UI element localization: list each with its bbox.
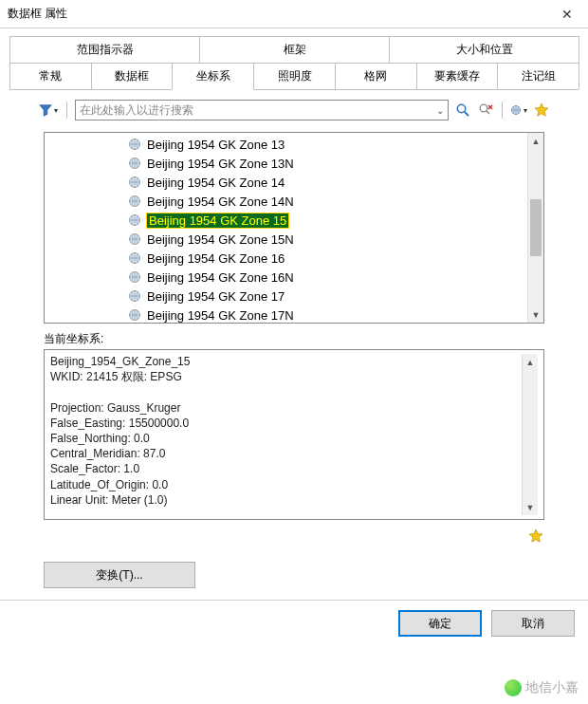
globe-icon xyxy=(128,308,141,322)
star-icon xyxy=(534,102,549,118)
globe-icon xyxy=(128,251,141,265)
window-title: 数据框 属性 xyxy=(8,6,67,22)
toolbar-divider xyxy=(66,102,67,119)
globe-icon xyxy=(128,289,141,303)
svg-point-2 xyxy=(480,104,487,112)
chevron-down-icon: ⌄ xyxy=(436,105,444,116)
tab-照明度[interactable]: 照明度 xyxy=(253,63,336,89)
transform-button[interactable]: 变换(T)... xyxy=(44,562,195,588)
crs-item-label: Beijing 1954 GK Zone 16 xyxy=(147,251,285,266)
tab-框架[interactable]: 框架 xyxy=(199,36,390,63)
crs-item-label: Beijing 1954 GK Zone 16N xyxy=(147,270,294,285)
crs-list: Beijing 1954 GK Zone 13Beijing 1954 GK Z… xyxy=(44,132,544,324)
globe-icon xyxy=(128,270,141,284)
crs-item[interactable]: Beijing 1954 GK Zone 14 xyxy=(45,173,527,192)
crs-item[interactable]: Beijing 1954 GK Zone 17N xyxy=(45,306,527,323)
tab-范围指示器[interactable]: 范围指示器 xyxy=(9,36,200,63)
tab-要素缓存[interactable]: 要素缓存 xyxy=(416,63,499,89)
crs-item[interactable]: Beijing 1954 GK Zone 15 xyxy=(45,211,527,230)
scroll-thumb[interactable] xyxy=(530,199,542,256)
globe-icon xyxy=(128,157,141,170)
crs-item-label: Beijing 1954 GK Zone 14 xyxy=(147,176,285,190)
globe-icon xyxy=(128,232,141,246)
close-icon: ✕ xyxy=(561,7,573,22)
svg-line-1 xyxy=(465,112,469,116)
crs-item[interactable]: Beijing 1954 GK Zone 15N xyxy=(45,230,527,249)
crs-item-label: Beijing 1954 GK Zone 14N xyxy=(147,195,294,209)
globe-menu-button[interactable]: ▾ xyxy=(510,102,527,119)
scrollbar[interactable]: ▲ ▼ xyxy=(527,133,543,323)
crs-item-label: Beijing 1954 GK Zone 17 xyxy=(147,289,285,304)
chevron-down-icon: ▾ xyxy=(524,106,527,115)
watermark: 地信小嘉 xyxy=(505,679,579,696)
svg-point-0 xyxy=(457,104,465,112)
crs-item[interactable]: Beijing 1954 GK Zone 14N xyxy=(45,192,527,211)
tab-数据框[interactable]: 数据框 xyxy=(91,63,174,89)
crs-item[interactable]: Beijing 1954 GK Zone 13N xyxy=(45,154,527,173)
funnel-icon xyxy=(39,103,52,117)
tab-大小和位置[interactable]: 大小和位置 xyxy=(389,36,579,63)
crs-item[interactable]: Beijing 1954 GK Zone 13 xyxy=(45,135,527,154)
scroll-up-icon[interactable]: ▲ xyxy=(523,354,538,370)
star-icon xyxy=(528,528,543,544)
crs-item-label: Beijing 1954 GK Zone 13N xyxy=(147,157,294,171)
scrollbar[interactable]: ▲ ▼ xyxy=(522,354,538,515)
scroll-up-icon[interactable]: ▲ xyxy=(528,133,543,149)
tab-坐标系[interactable]: 坐标系 xyxy=(172,63,254,90)
crs-item-label: Beijing 1954 GK Zone 17N xyxy=(147,308,294,323)
search-input[interactable]: 在此处输入以进行搜索 ⌄ xyxy=(75,100,449,120)
ok-button[interactable]: 确定 xyxy=(398,610,482,637)
search-button[interactable] xyxy=(454,102,471,119)
favorite-button[interactable] xyxy=(533,102,550,119)
globe-icon xyxy=(128,213,141,227)
scroll-down-icon[interactable]: ▼ xyxy=(523,499,538,515)
scroll-down-icon[interactable]: ▼ xyxy=(528,306,543,323)
favorite-crs-button[interactable] xyxy=(527,528,544,545)
cancel-button[interactable]: 取消 xyxy=(491,610,575,637)
crs-item[interactable]: Beijing 1954 GK Zone 17 xyxy=(45,287,527,306)
chevron-down-icon: ▾ xyxy=(54,106,58,115)
globe-icon xyxy=(510,102,522,118)
current-crs-label: 当前坐标系: xyxy=(44,331,544,347)
globe-icon xyxy=(128,138,141,151)
crs-item[interactable]: Beijing 1954 GK Zone 16N xyxy=(45,268,527,287)
toolbar-divider xyxy=(502,102,503,119)
close-button[interactable]: ✕ xyxy=(545,0,588,28)
crs-item-label: Beijing 1954 GK Zone 15 xyxy=(147,213,288,228)
magnifier-clear-icon xyxy=(478,102,493,118)
magnifier-icon xyxy=(455,102,470,118)
crs-item-label: Beijing 1954 GK Zone 13 xyxy=(147,138,285,152)
tab-格网[interactable]: 格网 xyxy=(335,63,417,89)
globe-icon xyxy=(128,195,141,208)
tab-注记组[interactable]: 注记组 xyxy=(497,63,579,89)
filter-button[interactable]: ▾ xyxy=(38,101,59,120)
globe-icon xyxy=(128,176,141,189)
crs-details-text: Beijing_1954_GK_Zone_15 WKID: 21415 权限: … xyxy=(50,354,522,515)
svg-line-3 xyxy=(487,111,489,114)
search-placeholder: 在此处输入以进行搜索 xyxy=(80,102,193,119)
crs-item-label: Beijing 1954 GK Zone 15N xyxy=(147,232,294,247)
wechat-icon xyxy=(505,679,522,696)
crs-item[interactable]: Beijing 1954 GK Zone 16 xyxy=(45,249,527,268)
tab-常规[interactable]: 常规 xyxy=(9,63,92,89)
clear-search-button[interactable] xyxy=(477,102,494,119)
crs-details: Beijing_1954_GK_Zone_15 WKID: 21415 权限: … xyxy=(44,349,544,520)
